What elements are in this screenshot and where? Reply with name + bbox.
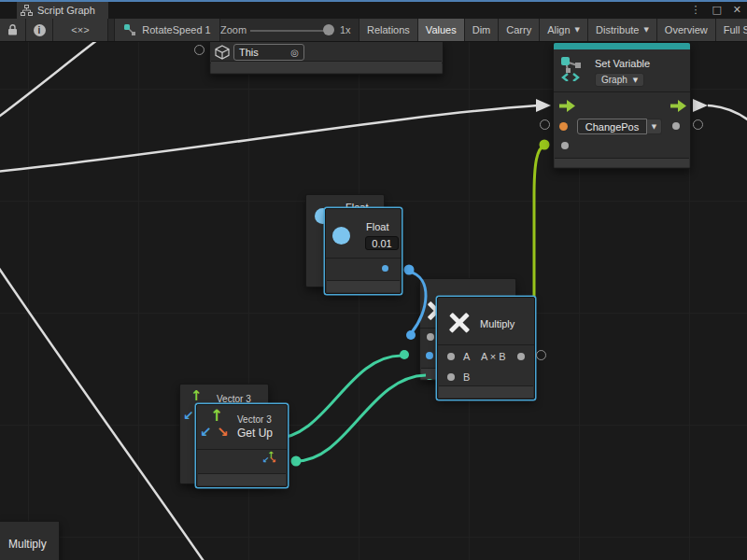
input-b-label: B <box>463 371 470 383</box>
port-indicator-circle <box>536 350 546 360</box>
code-view-button[interactable]: <×> <box>53 19 108 41</box>
chevron-down-icon: ▼ <box>575 26 580 34</box>
this-value: This <box>239 47 259 58</box>
wire-white-top-left[interactable] <box>0 42 97 119</box>
value-input-dot[interactable] <box>561 142 569 149</box>
wire-white-out-of-set-variable[interactable] <box>708 105 747 123</box>
arrow-up-icon: ↑ <box>210 408 223 424</box>
graph-canvas[interactable]: Float ↑ Vector 3 ↙ <box>0 42 747 560</box>
node-footer <box>198 473 286 485</box>
node-footer <box>327 280 400 292</box>
wire-endpoint-blue <box>404 265 415 275</box>
info-icon: i <box>34 24 46 36</box>
port-indicator-circle <box>194 45 204 55</box>
angle-brackets-icon: <×> <box>71 24 89 35</box>
wire-blue-float-to-multiply[interactable] <box>409 272 426 332</box>
wire-endpoint-teal <box>291 456 302 467</box>
output-dot[interactable] <box>517 353 525 360</box>
graph-reference-button[interactable]: RotateSpeed 1 <box>114 19 220 41</box>
chevron-down-icon: ▼ <box>633 77 638 84</box>
variable-name-dropdown-button[interactable]: ▼ <box>647 119 662 134</box>
zoom-label: Zoom <box>220 19 247 41</box>
node-operation: Get Up <box>237 427 273 440</box>
values-button[interactable]: Values <box>417 19 464 41</box>
float-icon <box>332 227 350 245</box>
carry-button[interactable]: Carry <box>498 19 539 41</box>
script-graph-tab-icon <box>21 5 33 16</box>
variable-name-port-dot[interactable] <box>559 122 568 131</box>
tab-bar: Script Graph ⋮ □ ✕ <box>0 2 747 19</box>
tab-script-graph[interactable]: Script Graph <box>17 2 108 19</box>
dim-button[interactable]: Dim <box>464 19 499 41</box>
node-footer <box>211 61 442 73</box>
float-output-dot[interactable] <box>382 265 388 272</box>
wire-endpoint-blue <box>406 330 416 340</box>
cube-icon <box>215 45 230 60</box>
wire-endpoint-teal <box>400 350 409 359</box>
graph-canvas-surface[interactable]: Float ↑ Vector 3 ↙ <box>0 42 747 560</box>
node-multiply-corner[interactable]: Multiply <box>0 521 60 560</box>
node-title: Multiply <box>480 318 514 329</box>
graph-reference-label: RotateSpeed 1 <box>142 24 210 35</box>
node-title: Vector 3 <box>237 414 272 425</box>
object-picker-icon[interactable]: ◎ <box>290 48 299 58</box>
overview-button[interactable]: Overview <box>656 19 715 41</box>
node-title: Multiply <box>8 538 47 551</box>
set-variable-icon <box>559 55 585 81</box>
chevron-down-icon: ▼ <box>652 123 656 131</box>
chevron-down-icon: ▼ <box>643 26 648 34</box>
node-multiply[interactable]: Multiply A A × B B <box>437 297 535 399</box>
float-value-input[interactable]: 0.01 <box>365 236 399 250</box>
node-vector3-get-up[interactable]: ↑ ↙ ↘ Vector 3 Get Up ↑ ↙ ↘ <box>196 404 288 487</box>
wire-white-diagonal[interactable] <box>0 264 205 560</box>
node-float[interactable]: Float 0.01 <box>325 208 402 294</box>
toolbar-toggle-group: Relations Values Dim Carry Align ▼ Distr… <box>359 19 747 41</box>
arrow-down-left-icon: ↙ <box>200 426 212 440</box>
this-target-field[interactable]: This ◎ <box>233 44 304 61</box>
flow-input-port[interactable] <box>559 100 575 112</box>
node-title: Float <box>366 221 388 232</box>
node-footer <box>439 385 533 398</box>
node-set-variable[interactable]: Set Variable Graph ▼ ChangePos ▼ <box>553 42 691 169</box>
window-controls: ⋮ □ ✕ <box>690 2 741 19</box>
flow-arrowhead-out <box>693 99 708 112</box>
align-dropdown-button[interactable]: Align ▼ <box>539 19 587 41</box>
wire-teal-upper[interactable] <box>274 356 402 439</box>
input-a-dot[interactable] <box>447 353 455 360</box>
tab-title: Script Graph <box>37 5 95 16</box>
arrow-down-right-icon: ↘ <box>217 426 229 440</box>
port-indicator-circle <box>540 119 550 130</box>
variable-accent-bar <box>554 43 690 49</box>
multiply-icon <box>447 311 472 335</box>
node-title: Set Variable <box>595 58 650 69</box>
flow-output-port[interactable] <box>670 100 686 112</box>
maximize-icon[interactable]: □ <box>712 2 721 19</box>
wire-endpoint-green <box>540 140 550 150</box>
info-button[interactable]: i <box>26 19 53 41</box>
lock-button[interactable] <box>0 19 26 41</box>
node-this[interactable]: This ◎ <box>209 42 444 75</box>
output-label: A × B <box>481 351 506 362</box>
kebab-menu-icon[interactable]: ⋮ <box>690 2 700 19</box>
variable-scope-dropdown[interactable]: Graph ▼ <box>595 73 644 87</box>
zoom-value: 1x <box>340 19 351 41</box>
full-screen-button[interactable]: Full Screen <box>715 19 747 41</box>
close-icon[interactable]: ✕ <box>733 2 741 19</box>
port-indicator-circle <box>693 119 703 130</box>
graph-toolbar: i <×> RotateSpeed 1 Zoom 1x Relations Va… <box>0 19 747 42</box>
input-a-label: A <box>463 351 470 362</box>
node-footer <box>555 158 689 167</box>
vector3-output-icon[interactable]: ↑ ↙ ↘ <box>262 451 279 468</box>
lock-icon <box>7 24 18 35</box>
input-b-dot[interactable] <box>447 373 455 381</box>
zoom-slider-track[interactable] <box>250 30 329 32</box>
wire-white-into-set-variable[interactable] <box>0 105 538 172</box>
flow-arrowhead-in <box>536 99 551 112</box>
variable-name-field[interactable]: ChangePos <box>577 119 647 134</box>
relations-button[interactable]: Relations <box>359 19 417 41</box>
zoom-slider-handle[interactable] <box>323 24 334 35</box>
distribute-dropdown-button[interactable]: Distribute ▼ <box>587 19 656 41</box>
value-output-dot[interactable] <box>672 122 680 130</box>
script-graph-asset-icon <box>123 23 136 36</box>
